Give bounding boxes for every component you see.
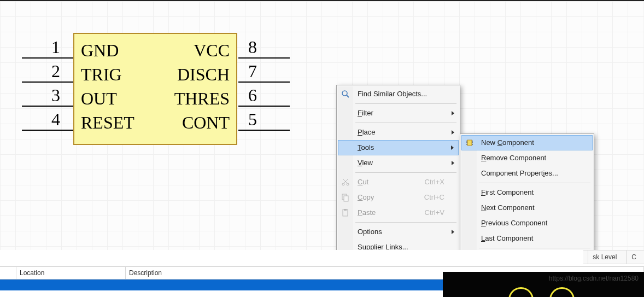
menu-shortcut: Ctrl+V bbox=[425, 205, 444, 220]
schematic-component[interactable]: GND TRIG OUT RESET VCC DISCH THRES CONT bbox=[73, 33, 237, 145]
menu-label: First Component bbox=[481, 188, 534, 196]
context-menu: Find Similar Objects... Filter Place Too… bbox=[336, 85, 460, 257]
header-location[interactable]: Location bbox=[16, 267, 126, 279]
menu-separator bbox=[479, 183, 590, 183]
menu-remove-component[interactable]: Remove Component bbox=[461, 150, 593, 166]
menu-paste: Paste Ctrl+V bbox=[338, 205, 459, 220]
copy-icon bbox=[341, 193, 350, 202]
menu-tools[interactable]: Tools bbox=[338, 140, 459, 155]
menu-view[interactable]: View bbox=[338, 155, 459, 171]
preview-shape bbox=[508, 287, 534, 297]
menu-label: New Component bbox=[481, 138, 534, 147]
submenu-arrow-icon bbox=[452, 161, 454, 165]
menu-new-component[interactable]: New Component bbox=[461, 135, 593, 150]
menu-filter[interactable]: Filter bbox=[338, 106, 459, 121]
menu-label: Filter bbox=[358, 109, 373, 117]
menu-find-similar[interactable]: Find Similar Objects... bbox=[338, 86, 459, 102]
pin-number: 5 bbox=[248, 109, 257, 130]
pin-number: 7 bbox=[248, 61, 257, 81]
svg-point-2 bbox=[342, 183, 344, 185]
menu-label: Paste bbox=[358, 208, 376, 217]
pin-line bbox=[238, 130, 290, 131]
menu-label: Remove Component bbox=[481, 154, 546, 162]
menu-last-component[interactable]: Last Component bbox=[461, 231, 593, 246]
submenu-arrow-icon bbox=[451, 145, 454, 150]
header-blank[interactable] bbox=[0, 267, 16, 279]
pin-number: 4 bbox=[51, 109, 60, 130]
chip-icon bbox=[465, 138, 474, 147]
menu-shortcut: Ctrl+C bbox=[424, 190, 444, 205]
right-tabs: sk Level C bbox=[583, 250, 644, 264]
pin-number: 2 bbox=[51, 61, 60, 81]
pin-label: CONT bbox=[182, 113, 230, 133]
pin-line bbox=[22, 106, 73, 107]
menu-label: Tools bbox=[358, 143, 374, 152]
menu-separator bbox=[355, 103, 456, 104]
menu-label: Cut bbox=[358, 178, 368, 186]
menu-shortcut: Ctrl+X bbox=[425, 174, 444, 190]
pin-label: OUT bbox=[81, 89, 117, 109]
pin-label: THRES bbox=[174, 89, 230, 109]
menu-label: Component Properties... bbox=[481, 169, 558, 177]
menu-label: Last Component bbox=[481, 234, 533, 242]
bottom-panel: sk Level C Location Description https://… bbox=[0, 250, 644, 297]
pin-label: GND bbox=[81, 40, 119, 61]
pin-label: DISCH bbox=[177, 65, 230, 85]
preview-shape bbox=[549, 287, 575, 297]
menu-label: View bbox=[358, 159, 373, 167]
menu-component-properties[interactable]: Component Properties... bbox=[461, 166, 593, 181]
pin-line bbox=[22, 130, 73, 131]
menu-previous-component[interactable]: Previous Component bbox=[461, 216, 593, 231]
pin-label: RESET bbox=[81, 113, 134, 133]
preview-pane: https://blog.csdn.net/nan12580 bbox=[443, 272, 644, 297]
svg-rect-5 bbox=[344, 196, 348, 201]
menu-label: Next Component bbox=[481, 203, 535, 212]
menu-options[interactable]: Options bbox=[338, 224, 459, 240]
menu-next-component[interactable]: Next Component bbox=[461, 200, 593, 216]
menu-label: Find Similar Objects... bbox=[358, 90, 427, 98]
svg-rect-7 bbox=[344, 209, 347, 211]
submenu-arrow-icon bbox=[452, 230, 454, 234]
pin-label: TRIG bbox=[81, 65, 122, 85]
menu-label: Previous Component bbox=[481, 219, 547, 227]
submenu-arrow-icon bbox=[452, 111, 454, 115]
menu-separator bbox=[355, 123, 456, 123]
scissors-icon bbox=[341, 178, 350, 187]
pin-line bbox=[238, 81, 290, 83]
menu-place[interactable]: Place bbox=[338, 125, 459, 140]
pin-line bbox=[238, 57, 290, 59]
pin-line bbox=[22, 81, 73, 83]
menu-label: Options bbox=[358, 228, 382, 236]
menu-cut: Cut Ctrl+X bbox=[338, 174, 459, 190]
tab-c[interactable]: C bbox=[627, 251, 641, 264]
menu-copy: Copy Ctrl+C bbox=[338, 190, 459, 205]
pin-number: 8 bbox=[248, 37, 257, 57]
menu-separator bbox=[355, 222, 456, 223]
menu-separator bbox=[479, 248, 590, 248]
pin-number: 3 bbox=[51, 85, 60, 106]
svg-line-1 bbox=[347, 95, 349, 97]
menu-first-component[interactable]: First Component bbox=[461, 185, 593, 200]
pin-label: VCC bbox=[194, 40, 230, 61]
submenu-arrow-icon bbox=[452, 130, 454, 135]
pin-line bbox=[238, 106, 290, 107]
paste-icon bbox=[341, 208, 350, 217]
menu-label: Copy bbox=[358, 193, 374, 201]
svg-point-3 bbox=[347, 183, 349, 185]
watermark-text: https://blog.csdn.net/nan12580 bbox=[549, 275, 639, 282]
tab-sk-level[interactable]: sk Level bbox=[588, 251, 621, 264]
menu-label: Place bbox=[358, 128, 376, 136]
pin-number: 6 bbox=[248, 85, 257, 106]
svg-point-0 bbox=[342, 91, 347, 96]
selected-row[interactable] bbox=[0, 279, 443, 290]
svg-rect-8 bbox=[467, 140, 472, 145]
menu-separator bbox=[355, 172, 456, 173]
pin-number: 1 bbox=[51, 37, 60, 57]
pin-line bbox=[22, 57, 73, 59]
magnifier-icon bbox=[341, 90, 350, 98]
